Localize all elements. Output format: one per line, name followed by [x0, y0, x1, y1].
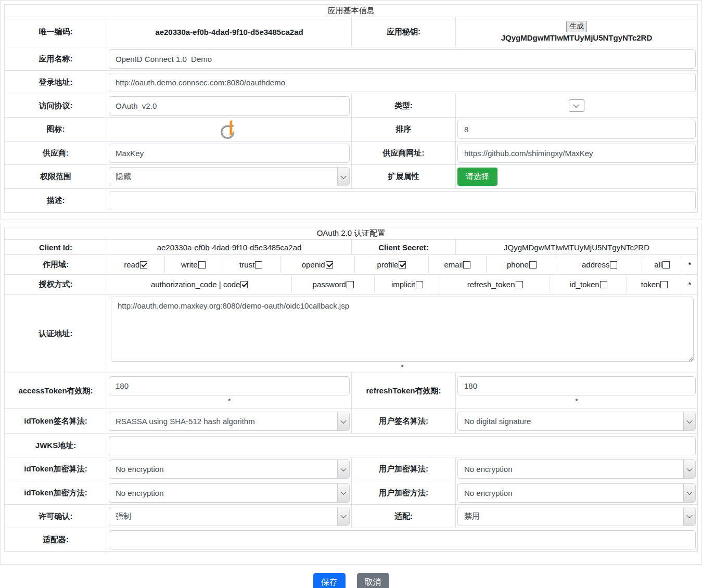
vendor-url-label: 供应商网址:: [352, 142, 456, 165]
grant-option-authorization-code-label: authorization_code | code: [151, 280, 240, 289]
scope-option-phone-label: phone: [507, 260, 529, 269]
redirect-uri-label: 认证地址:: [5, 295, 107, 373]
scope-options: read write trust openid profile email ph…: [107, 256, 697, 273]
id-token-enc-alg-select[interactable]: No encryption: [109, 459, 350, 479]
grant-checkbox-implicit[interactable]: [416, 281, 423, 288]
scope-label: 作用域:: [5, 255, 107, 275]
adapter-switch-label: 适配:: [352, 505, 456, 528]
scope-checkbox-read[interactable]: [140, 261, 147, 269]
id-token-enc-method-select[interactable]: No encryption: [109, 483, 350, 503]
user-info-signing-alg-select[interactable]: No digital signature: [457, 412, 696, 431]
icon-label: 图标:: [5, 118, 107, 142]
grant-option-implicit[interactable]: implicit: [374, 276, 440, 293]
jwks-uri-input[interactable]: [109, 436, 696, 455]
grant-checkbox-authorization-code[interactable]: [240, 281, 248, 288]
scope-option-read[interactable]: read: [107, 256, 164, 273]
scope-checkbox-openid[interactable]: [326, 261, 333, 269]
approval-prompt-select[interactable]: 强制: [109, 507, 350, 526]
scope-option-trust[interactable]: trust: [222, 256, 280, 273]
client-secret-label: Client Secret:: [352, 240, 456, 255]
access-token-validity-input[interactable]: [109, 376, 350, 395]
grant-type-options: authorization_code | code password impli…: [107, 276, 697, 293]
id-token-enc-alg-label: idToken加密算法:: [5, 457, 107, 481]
ext-attr-select-button[interactable]: 请选择: [457, 168, 497, 186]
generate-secret-button[interactable]: 生成: [566, 21, 587, 32]
grant-option-token[interactable]: token: [627, 276, 682, 293]
scope-option-write[interactable]: write: [164, 256, 222, 273]
jwks-uri-label: JWKS地址:: [5, 434, 107, 457]
grant-checkbox-id-token[interactable]: [600, 281, 607, 288]
basic-panel-title: 应用基本信息: [5, 5, 698, 17]
unique-code-label: 唯一编码:: [5, 17, 107, 47]
scope-checkbox-email[interactable]: [463, 261, 470, 269]
grant-option-implicit-label: implicit: [391, 280, 415, 289]
login-url-label: 登录地址:: [5, 71, 107, 94]
basic-info-table: 应用基本信息 唯一编码: ae20330a-ef0b-4dad-9f10-d5e…: [4, 4, 698, 213]
description-label: 描述:: [5, 189, 107, 213]
oauth-config-table: OAuth 2.0 认证配置 Client Id: ae20330a-ef0b-…: [4, 227, 698, 552]
scope-option-profile[interactable]: profile: [354, 256, 428, 273]
scope-checkbox-trust[interactable]: [255, 261, 262, 269]
scope-checkbox-profile[interactable]: [399, 261, 406, 269]
grant-types-label: 授权方式:: [5, 275, 107, 295]
grant-option-password-label: password: [313, 280, 346, 289]
app-name-input[interactable]: [109, 49, 696, 69]
vendor-input[interactable]: [109, 144, 350, 163]
adapter-switch-select[interactable]: 禁用: [457, 507, 696, 526]
redirect-uri-textarea[interactable]: http://oauth.demo.maxkey.org:8080/demo-o…: [111, 297, 694, 362]
grant-checkbox-token[interactable]: [660, 281, 668, 288]
adapter-switch-value: 禁用: [464, 512, 480, 521]
vendor-url-input[interactable]: [457, 144, 696, 163]
scope-checkbox-write[interactable]: [198, 261, 206, 269]
grant-checkbox-password[interactable]: [347, 281, 354, 288]
cancel-button[interactable]: 取消: [357, 573, 389, 588]
login-url-input[interactable]: [109, 73, 696, 92]
grant-option-refresh-token[interactable]: refresh_token: [440, 276, 550, 293]
access-token-validity-label: accessToken有效期:: [5, 373, 107, 409]
user-info-signing-alg-label: 用户签名算法:: [352, 409, 456, 434]
app-type-select[interactable]: [569, 99, 584, 112]
client-id-value: ae20330a-ef0b-4dad-9f10-d5e3485ca2ad: [107, 240, 352, 255]
sort-input[interactable]: [457, 120, 696, 139]
scope-option-email[interactable]: email: [428, 256, 486, 273]
adapter-input[interactable]: [109, 530, 696, 549]
scope-option-read-label: read: [124, 260, 139, 269]
grant-checkbox-refresh-token[interactable]: [516, 281, 523, 288]
user-info-enc-method-select[interactable]: No encryption: [457, 483, 696, 503]
scope-option-openid[interactable]: openid: [280, 256, 354, 273]
save-button[interactable]: 保存: [313, 573, 346, 588]
scope-required-marker: *: [682, 256, 697, 273]
id-token-signing-alg-value: RSASSA using SHA-512 hash algorithm: [116, 417, 255, 426]
app-type-label: 类型:: [352, 94, 456, 118]
refresh-token-validity-input[interactable]: [457, 376, 696, 395]
access-token-required-marker: *: [109, 395, 350, 405]
id-token-signing-alg-select[interactable]: RSASSA using SHA-512 hash algorithm: [109, 412, 350, 431]
app-name-label: 应用名称:: [5, 47, 107, 71]
user-info-enc-alg-select[interactable]: No encryption: [457, 459, 696, 479]
description-input[interactable]: [109, 191, 696, 210]
grant-option-authorization-code[interactable]: authorization_code | code: [107, 276, 291, 293]
user-info-enc-alg-label: 用户加密算法:: [352, 457, 456, 481]
grant-option-id-token[interactable]: id_token: [550, 276, 627, 293]
id-token-enc-method-value: No encryption: [116, 489, 164, 497]
scope-checkbox-all[interactable]: [662, 261, 670, 269]
visibility-label: 权限范围: [5, 165, 107, 189]
oauth-config-panel: OAuth 2.0 认证配置 Client Id: ae20330a-ef0b-…: [0, 223, 702, 565]
visibility-select[interactable]: 隐藏: [109, 167, 350, 186]
vendor-label: 供应商:: [5, 142, 107, 165]
user-info-signing-alg-value: No digital signature: [464, 417, 531, 426]
scope-option-openid-label: openid: [302, 260, 325, 269]
grant-option-password[interactable]: password: [291, 276, 374, 293]
user-info-enc-alg-value: No encryption: [464, 465, 513, 474]
scope-checkbox-phone[interactable]: [529, 261, 537, 269]
refresh-token-required-marker: *: [457, 395, 696, 405]
scope-option-all[interactable]: all: [642, 256, 682, 273]
scope-checkbox-address[interactable]: [610, 261, 617, 269]
scope-option-phone[interactable]: phone: [486, 256, 557, 273]
visibility-select-value: 隐藏: [116, 172, 131, 182]
user-info-enc-method-value: No encryption: [464, 489, 513, 497]
grant-required-marker: *: [682, 276, 697, 293]
protocol-input[interactable]: [109, 96, 350, 116]
client-secret-value: JQygMDgwMTlwMTUyMjU5NTgyNTc2RD: [456, 240, 698, 255]
scope-option-address[interactable]: address: [557, 256, 642, 273]
